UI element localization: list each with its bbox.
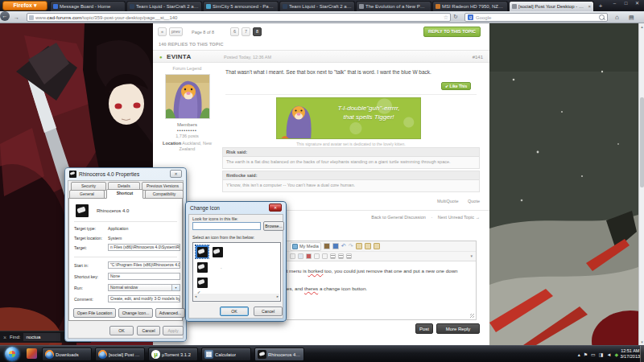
- dropdown-arrow-icon[interactable]: ▾: [171, 285, 180, 290]
- window-minimize-button[interactable]: –: [609, 0, 620, 8]
- pagination-prev-button[interactable]: prev: [169, 27, 183, 36]
- change-icon-button[interactable]: Change Icon...: [118, 308, 153, 318]
- pagination-first-button[interactable]: «: [158, 27, 167, 36]
- cancel-button[interactable]: Cancel: [254, 306, 283, 316]
- align-center-icon[interactable]: [338, 253, 344, 259]
- small-icon[interactable]: ·: [221, 265, 222, 270]
- home-icon[interactable]: ⌂: [615, 13, 619, 22]
- run-dropdown[interactable]: Normal window▾: [108, 284, 180, 291]
- action-center-icon[interactable]: ⚑: [584, 352, 588, 357]
- find-input[interactable]: noctua: [23, 333, 60, 341]
- font-color-icon[interactable]: [306, 253, 312, 259]
- taskbar-button-calculator[interactable]: Calculator: [201, 348, 251, 361]
- quote-icon[interactable]: [322, 253, 328, 259]
- change-icon-dialog[interactable]: Change Icon ✕ Look for icons in this fil…: [185, 201, 287, 322]
- editor-collapse-icon[interactable]: ▾: [470, 253, 473, 258]
- rhino-icon[interactable]: [196, 261, 208, 274]
- browser-tab[interactable]: Team Liquid - StarCraft 2 and Dota ...: [126, 1, 202, 11]
- show-hidden-icons-button[interactable]: ▴: [578, 352, 580, 357]
- list-icon[interactable]: [314, 253, 320, 259]
- avatar[interactable]: [165, 74, 210, 119]
- align-left-icon[interactable]: [330, 253, 336, 259]
- rhino-icon-selected[interactable]: [196, 245, 208, 258]
- browser-tab[interactable]: SimCity 5 announced - Page 82: [203, 1, 279, 11]
- post-button[interactable]: Post: [415, 323, 433, 334]
- next-unread-topic-link[interactable]: Next Unread Topic →: [438, 215, 480, 220]
- show-desktop-button[interactable]: [640, 346, 644, 362]
- page-scrollbar[interactable]: ▴ ▾: [638, 23, 644, 345]
- new-tab-button[interactable]: +: [596, 2, 605, 10]
- start-button[interactable]: [5, 347, 19, 361]
- apply-button[interactable]: Apply: [163, 326, 184, 335]
- taskbar-button-firefox-downloads[interactable]: Downloads: [42, 348, 92, 361]
- link-icon[interactable]: [332, 243, 339, 249]
- scroll-right-icon[interactable]: ▸: [277, 294, 279, 300]
- volume-icon[interactable]: ◄: [606, 352, 611, 357]
- more-reply-options-button[interactable]: More Reply Options: [436, 323, 480, 334]
- shortcut-key-field[interactable]: None: [108, 273, 180, 280]
- scroll-up-icon[interactable]: ▴: [639, 24, 644, 29]
- rhino-icon[interactable]: [211, 245, 224, 258]
- rhinoceros-properties-dialog[interactable]: Rhinoceros 4.0 Properties ✕ Security Det…: [64, 167, 187, 342]
- dialog-title-bar[interactable]: Rhinoceros 4.0 Properties ✕: [65, 168, 186, 179]
- icon-list-scrollbar[interactable]: ◂ ▸: [194, 294, 279, 300]
- advanced-button[interactable]: Advanced...: [155, 308, 185, 318]
- scroll-down-icon[interactable]: ▾: [639, 339, 644, 344]
- pagination-page-button[interactable]: 6: [230, 27, 239, 36]
- search-input[interactable]: g Google: [464, 13, 608, 22]
- forward-button[interactable]: →: [14, 13, 19, 22]
- cursor-icon[interactable]: [298, 253, 303, 259]
- rhino-icon[interactable]: [196, 276, 208, 289]
- tab-close-icon[interactable]: ×: [588, 2, 591, 11]
- redo-icon[interactable]: ↷: [349, 243, 353, 249]
- panels-icon[interactable]: ▤: [629, 13, 634, 22]
- find-close-icon[interactable]: ×: [3, 335, 6, 340]
- back-button[interactable]: ←: [0, 11, 10, 21]
- browser-tab-active[interactable]: [social] Post Your Desktop - Page 8... ×: [509, 1, 594, 11]
- search-icon[interactable]: [599, 14, 605, 20]
- scrollbar-thumb[interactable]: [640, 97, 644, 187]
- open-file-location-button[interactable]: Open File Location: [73, 308, 116, 318]
- taskbar-button-rhinoceros[interactable]: Rhinoceros 4.0 Pr...: [254, 348, 304, 361]
- start-in-field[interactable]: "C:\Program Files (x86)\Rhinoceros 4.0\": [108, 261, 180, 269]
- search-engine-icon[interactable]: g: [468, 14, 473, 20]
- tab-shortcut[interactable]: Shortcut: [106, 189, 143, 199]
- paste-plain-icon[interactable]: [356, 243, 362, 249]
- scroll-left-icon[interactable]: ◂: [195, 294, 196, 300]
- browser-tab[interactable]: MSI Radeon HD 7950, NZXT Source...: [432, 1, 508, 11]
- dialog-close-button[interactable]: ✕: [170, 170, 182, 178]
- quote-button[interactable]: Quote: [468, 199, 480, 204]
- icon-file-input[interactable]: hinoceros 4.0\System\Rhino4.exe: [192, 222, 261, 230]
- bookmark-star-icon[interactable]: ☆: [444, 14, 448, 21]
- taskbar-clock[interactable]: 12:51 AM 3/17/2013: [621, 348, 640, 360]
- reply-to-topic-button[interactable]: REPLY TO THIS TOPIC: [423, 27, 481, 37]
- post-number-link[interactable]: #141: [473, 55, 483, 60]
- dialog-title-bar[interactable]: Change Icon ✕: [186, 202, 286, 213]
- url-bar[interactable]: www.cad-forums.com/topic/359-post-your-d…: [27, 13, 451, 22]
- browser-tab[interactable]: Team Liquid - StarCraft 2 and Dota ...: [279, 1, 355, 11]
- antivirus-icon[interactable]: ◆: [614, 352, 618, 357]
- paste-code-icon[interactable]: [374, 243, 380, 249]
- align-right-icon[interactable]: [346, 253, 352, 259]
- window-maximize-button[interactable]: □: [621, 0, 631, 8]
- browser-tab[interactable]: The Evolution of a New PC: From P...: [356, 1, 431, 11]
- like-this-button[interactable]: ✔ Like This: [441, 82, 471, 90]
- undo-icon[interactable]: ↶: [341, 243, 346, 249]
- back-to-forum-link[interactable]: Back to General Discussion: [371, 215, 426, 220]
- cancel-button[interactable]: Cancel: [137, 326, 160, 335]
- editor-resize-handle[interactable]: [470, 314, 474, 318]
- browse-button[interactable]: Browse...: [263, 221, 284, 231]
- my-media-button[interactable]: My Media: [290, 242, 321, 251]
- multiquote-button[interactable]: MultiQuote: [437, 199, 459, 204]
- dialog-close-button[interactable]: ✕: [269, 204, 282, 212]
- post-author[interactable]: EVINTA: [167, 53, 192, 60]
- taskbar-button-utorrent[interactable]: µ µTorrent 3.1.2: [148, 348, 198, 361]
- window-close-button[interactable]: ✕: [632, 0, 642, 8]
- taskbar-button-firefox-forum[interactable]: [social] Post Your ...: [95, 348, 145, 361]
- icon-list[interactable]: · ✓ ◂ ▸: [192, 242, 281, 302]
- comment-field[interactable]: Create, edit, and modify 3-D models by u…: [108, 295, 180, 302]
- usb-icon[interactable]: ◨: [599, 352, 604, 357]
- target-field[interactable]: n Files (x86)\Rhinoceros 4.0\System\Rhin…: [108, 244, 180, 251]
- camera-icon[interactable]: [324, 243, 330, 249]
- remove-format-icon[interactable]: [290, 253, 295, 259]
